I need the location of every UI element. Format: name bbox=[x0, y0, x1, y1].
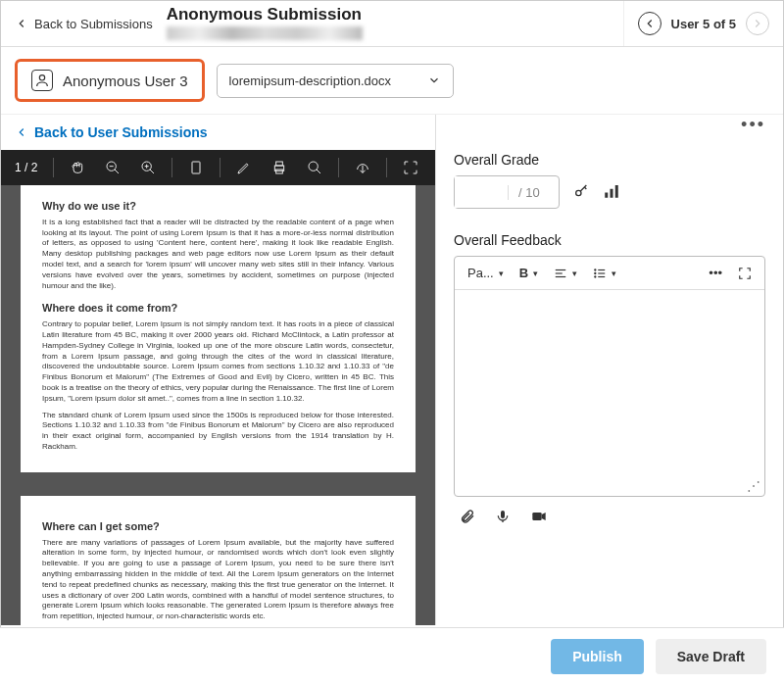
feedback-label: Overall Feedback bbox=[454, 232, 765, 248]
more-actions-button[interactable]: ••• bbox=[741, 115, 765, 135]
align-button[interactable]: ▾ bbox=[549, 264, 582, 283]
search-icon[interactable] bbox=[301, 154, 328, 181]
svg-rect-18 bbox=[605, 192, 608, 197]
svg-rect-10 bbox=[276, 162, 283, 166]
user-counter: User 5 of 5 bbox=[671, 17, 736, 31]
svg-point-0 bbox=[39, 75, 44, 80]
back-to-user-submissions[interactable]: Back to User Submissions bbox=[1, 115, 435, 150]
document-page: Where can I get some? There are many var… bbox=[21, 496, 416, 625]
svg-line-2 bbox=[115, 170, 119, 173]
download-icon[interactable] bbox=[349, 154, 376, 181]
record-audio-button[interactable] bbox=[495, 509, 511, 527]
save-draft-button[interactable]: Save Draft bbox=[656, 639, 766, 674]
annotate-icon[interactable] bbox=[230, 154, 258, 181]
grade-max: / 10 bbox=[508, 185, 550, 200]
feedback-editor: Pa...▾ B▾ ▾ ▾ ••• ⋰ bbox=[454, 256, 765, 497]
svg-line-17 bbox=[584, 187, 586, 189]
svg-line-13 bbox=[317, 170, 320, 173]
svg-point-25 bbox=[595, 272, 596, 273]
svg-rect-11 bbox=[276, 170, 283, 173]
svg-line-5 bbox=[150, 170, 154, 173]
svg-rect-20 bbox=[615, 185, 618, 198]
zoom-out-icon[interactable] bbox=[99, 154, 126, 181]
page-title: Anonymous Submission bbox=[167, 5, 610, 24]
publish-button[interactable]: Publish bbox=[551, 639, 644, 674]
title-block: Anonymous Submission bbox=[167, 1, 623, 46]
document-viewport[interactable]: Why do we use it? It is a long establish… bbox=[1, 185, 435, 625]
grade-box: / 10 bbox=[454, 175, 560, 209]
feedback-textarea[interactable]: ⋰ bbox=[455, 290, 764, 496]
svg-rect-30 bbox=[501, 511, 505, 518]
svg-rect-31 bbox=[532, 513, 541, 520]
svg-marker-32 bbox=[542, 513, 546, 520]
svg-rect-19 bbox=[611, 188, 613, 197]
pan-tool-icon[interactable] bbox=[64, 154, 91, 181]
svg-rect-8 bbox=[192, 162, 200, 173]
svg-point-15 bbox=[576, 190, 581, 195]
record-video-button[interactable] bbox=[530, 509, 548, 527]
file-dropdown[interactable]: loremipsum-description.docx bbox=[217, 64, 454, 98]
grade-input[interactable] bbox=[455, 176, 508, 208]
user-name: Anonymous User 3 bbox=[63, 73, 188, 89]
chevron-right-icon bbox=[751, 17, 764, 30]
bold-button[interactable]: B▾ bbox=[514, 263, 543, 283]
back-to-submissions[interactable]: Back to Submissions bbox=[1, 1, 167, 46]
document-page: Why do we use it? It is a long establish… bbox=[21, 185, 416, 472]
avatar-icon bbox=[31, 70, 53, 91]
zoom-in-icon[interactable] bbox=[134, 154, 162, 181]
toolbar-expand-button[interactable] bbox=[733, 264, 757, 283]
resize-handle-icon[interactable]: ⋰ bbox=[747, 478, 760, 494]
list-button[interactable]: ▾ bbox=[588, 264, 621, 283]
chevron-left-icon bbox=[643, 17, 657, 30]
attach-file-button[interactable] bbox=[460, 509, 475, 527]
svg-point-24 bbox=[595, 269, 596, 269]
paragraph-style-dropdown[interactable]: Pa...▾ bbox=[463, 263, 509, 283]
file-name: loremipsum-description.docx bbox=[229, 73, 391, 88]
svg-point-12 bbox=[309, 162, 318, 171]
chevron-left-icon bbox=[15, 17, 28, 30]
blurred-subtitle bbox=[167, 26, 363, 40]
svg-point-26 bbox=[595, 275, 596, 276]
pdf-toolbar: 1 / 2 bbox=[1, 150, 435, 185]
stats-icon[interactable] bbox=[603, 182, 620, 203]
toolbar-more-button[interactable]: ••• bbox=[704, 263, 727, 283]
user-chip: Anonymous User 3 bbox=[15, 59, 205, 102]
page-counter: 1 / 2 bbox=[9, 161, 43, 174]
page-view-icon[interactable] bbox=[182, 154, 210, 181]
user-nav: User 5 of 5 bbox=[623, 1, 783, 46]
fullscreen-icon[interactable] bbox=[397, 154, 424, 181]
back-label: Back to Submissions bbox=[34, 17, 153, 31]
chevron-left-icon bbox=[15, 125, 28, 139]
key-icon[interactable] bbox=[573, 183, 589, 202]
chevron-down-icon bbox=[427, 73, 441, 87]
print-icon[interactable] bbox=[266, 154, 293, 181]
grade-label: Overall Grade bbox=[454, 152, 765, 168]
prev-user-button[interactable] bbox=[638, 12, 662, 35]
next-user-button bbox=[746, 12, 769, 35]
